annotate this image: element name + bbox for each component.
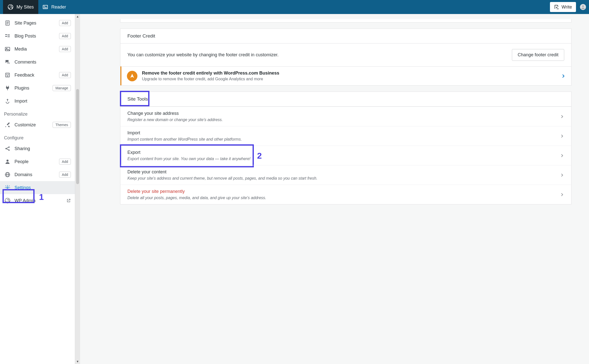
my-sites-tab[interactable]: My Sites	[3, 0, 38, 14]
svg-rect-4	[44, 8, 47, 8]
svg-point-32	[5, 198, 10, 203]
svg-rect-14	[8, 36, 10, 37]
add-button[interactable]: Add	[59, 20, 71, 26]
tool-text: Delete your content Keep your site's add…	[127, 169, 317, 181]
reader-icon	[42, 4, 48, 10]
tool-subtitle: Delete all your posts, pages, media, and…	[127, 196, 266, 200]
sidebar-item-import[interactable]: Import	[0, 95, 75, 108]
sidebar-item-people[interactable]: People Add	[0, 155, 75, 168]
sidebar-item-blog-posts[interactable]: Blog Posts Add	[0, 30, 75, 43]
manage-button[interactable]: Manage	[53, 85, 71, 91]
settings-icon	[4, 185, 11, 191]
reader-label: Reader	[51, 5, 66, 10]
add-button[interactable]: Add	[59, 159, 71, 165]
sidebar-item-comments[interactable]: Comments	[0, 56, 75, 69]
plugins-icon	[4, 85, 11, 91]
card-header: Site Tools	[120, 92, 571, 107]
topbar-right: Write	[550, 2, 586, 12]
svg-rect-21	[7, 76, 9, 76]
change-footer-credit-button[interactable]: Change footer credit	[512, 49, 564, 61]
sidebar-scrollbar[interactable]: ▲ ▼	[75, 14, 80, 364]
svg-point-27	[7, 160, 9, 162]
tool-title: Delete your site permanently	[127, 189, 266, 194]
themes-button[interactable]: Themes	[53, 122, 71, 128]
tool-subtitle: Keep your site's address and current the…	[127, 176, 317, 181]
section-personalize: Personalize	[0, 108, 75, 118]
wp-admin-icon	[4, 198, 11, 204]
svg-point-0	[8, 5, 13, 10]
sidebar-item-media[interactable]: Media Add	[0, 43, 75, 56]
section-configure: Configure	[0, 131, 75, 142]
add-button[interactable]: Add	[59, 46, 71, 52]
sharing-icon	[4, 146, 11, 152]
add-button[interactable]: Add	[59, 172, 71, 178]
promo-title: Remove the footer credit entirely with W…	[142, 71, 279, 76]
card-body-text: You can customize your website by changi…	[127, 52, 279, 58]
tool-import[interactable]: Import Import content from another WordP…	[120, 126, 571, 146]
svg-line-25	[7, 147, 9, 148]
compass-icon	[127, 71, 137, 81]
sidebar-item-label: Sharing	[15, 146, 30, 151]
upgrade-promo[interactable]: Remove the footer credit entirely with W…	[120, 66, 571, 85]
tool-text: Delete your site permanently Delete all …	[127, 189, 266, 200]
wordpress-icon	[8, 4, 14, 10]
add-button[interactable]: Add	[59, 33, 71, 39]
tool-delete-site[interactable]: Delete your site permanently Delete all …	[120, 185, 571, 204]
sidebar-item-label: Settings	[15, 185, 31, 190]
svg-rect-18	[6, 73, 10, 77]
top-bar: My Sites Reader Write	[0, 0, 589, 14]
sidebar-item-label: People	[15, 159, 29, 164]
svg-rect-11	[8, 34, 10, 35]
import-icon	[4, 98, 11, 104]
svg-point-31	[7, 187, 8, 188]
chevron-right-icon	[560, 173, 564, 177]
media-icon	[4, 46, 11, 52]
tool-delete-content[interactable]: Delete your content Keep your site's add…	[120, 165, 571, 185]
customize-icon	[4, 122, 11, 128]
comments-icon	[4, 59, 11, 65]
sidebar-item-label: Feedback	[15, 73, 34, 78]
add-button[interactable]: Add	[59, 72, 71, 78]
scroll-up-arrow[interactable]: ▲	[75, 14, 80, 19]
tool-change-address[interactable]: Change your site address Register a new …	[120, 107, 571, 126]
footer-credit-card: Footer Credit You can customize your web…	[120, 29, 571, 86]
tool-title: Import	[127, 130, 242, 136]
sidebar-item-label: Media	[15, 47, 27, 52]
scroll-down-arrow[interactable]: ▼	[75, 359, 80, 364]
svg-rect-2	[44, 6, 45, 7]
chevron-right-icon	[560, 134, 564, 138]
external-link-icon	[66, 198, 71, 203]
scroll-thumb[interactable]	[76, 89, 79, 184]
promo-text: Remove the footer credit entirely with W…	[142, 71, 279, 81]
sidebar-item-settings[interactable]: Settings	[0, 181, 75, 194]
chevron-right-icon	[561, 74, 566, 79]
layout: Site Pages Add Blog Posts Add Media Add …	[0, 14, 589, 364]
card-header: Footer Credit	[120, 29, 571, 44]
tool-subtitle: Export content from your site. You own y…	[127, 157, 251, 161]
main-content: Footer Credit You can customize your web…	[80, 14, 589, 364]
feedback-icon	[4, 72, 11, 78]
sidebar-item-label: Comments	[15, 60, 36, 65]
sidebar-item-feedback[interactable]: Feedback Add	[0, 69, 75, 82]
sidebar-item-customize[interactable]: Customize Themes	[0, 118, 75, 131]
sidebar-item-domains[interactable]: Domains Add	[0, 168, 75, 181]
people-icon	[4, 159, 11, 165]
sidebar-item-plugins[interactable]: Plugins Manage	[0, 82, 75, 95]
sidebar-item-site-pages[interactable]: Site Pages Add	[0, 17, 75, 30]
my-sites-label: My Sites	[17, 5, 34, 10]
sidebar-item-wp-admin[interactable]: WP Admin	[0, 194, 75, 207]
domains-icon	[4, 172, 11, 178]
svg-point-19	[7, 74, 7, 75]
chevron-right-icon	[560, 153, 564, 158]
site-tools-card: Site Tools Change your site address Regi…	[120, 92, 571, 204]
tool-export[interactable]: Export Export content from your site. Yo…	[120, 146, 571, 165]
reader-tab[interactable]: Reader	[38, 0, 70, 14]
sidebar-item-label: WP Admin	[15, 198, 36, 203]
svg-line-26	[7, 149, 9, 150]
tool-title: Change your site address	[127, 111, 223, 116]
page-icon	[4, 20, 11, 26]
write-button[interactable]: Write	[550, 2, 576, 12]
sidebar-item-sharing[interactable]: Sharing	[0, 142, 75, 155]
avatar[interactable]	[580, 4, 586, 10]
promo-subtitle: Upgrade to remove the footer credit, add…	[142, 77, 279, 81]
